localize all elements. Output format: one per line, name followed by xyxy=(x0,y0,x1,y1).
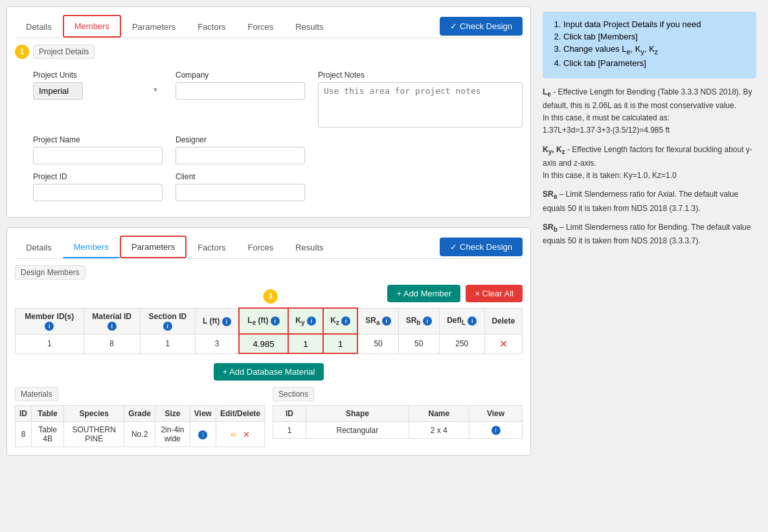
tab-forces-top[interactable]: Forces xyxy=(236,16,284,37)
cell-section-id: 1 xyxy=(140,334,195,353)
info-item-1: Input data Project Details if you need xyxy=(563,19,747,29)
tab-forces-bottom[interactable]: Forces xyxy=(236,237,284,258)
delete-icon[interactable]: ✕ xyxy=(499,338,508,349)
mat-col-species: Species xyxy=(64,406,124,422)
sections-label: Sections xyxy=(273,387,314,401)
sec-cell-view[interactable]: i xyxy=(469,422,523,439)
tab-members-top[interactable]: Members xyxy=(63,15,121,38)
le-input[interactable] xyxy=(247,339,280,349)
mat-col-table: Table xyxy=(32,406,64,422)
project-notes-textarea[interactable] xyxy=(318,82,523,127)
project-name-label: Project Name xyxy=(33,135,163,144)
materials-label: Materials xyxy=(15,387,58,401)
mat-cell-table: Table 4B xyxy=(32,422,64,447)
edit-mat-icon[interactable]: ✏ xyxy=(231,430,237,439)
mat-cell-size: 2in-4in wide xyxy=(155,422,190,447)
info-item-2: Click tab [Members] xyxy=(563,32,747,41)
tab-details-bottom[interactable]: Details xyxy=(15,237,63,258)
project-id-label: Project ID xyxy=(33,172,163,181)
sec-col-shape: Shape xyxy=(306,406,409,422)
mat-col-size: Size xyxy=(155,406,190,422)
view-sec-icon[interactable]: i xyxy=(491,426,501,435)
company-label: Company xyxy=(175,71,305,80)
mat-cell-id: 8 xyxy=(16,422,32,447)
cell-kz[interactable] xyxy=(323,334,357,353)
col-defl: DeflL i xyxy=(439,308,484,334)
designer-input[interactable]: Serg L xyxy=(175,147,305,164)
info-material-id[interactable]: i xyxy=(107,322,117,331)
client-label: Client xyxy=(175,172,305,181)
info-section-id[interactable]: i xyxy=(163,322,172,331)
mat-col-id: ID xyxy=(16,406,32,422)
col-ky: Ky i xyxy=(288,308,323,334)
designer-label: Designer xyxy=(175,135,305,144)
sec-row: 1 Rectangular 2 x 4 i xyxy=(273,422,523,439)
info-item-3: Change values Le, Ky, Kz xyxy=(563,44,747,56)
project-id-input[interactable]: 1254 xyxy=(33,184,163,201)
project-name-input[interactable]: ex_p53_2 xyxy=(33,147,163,164)
info-kz[interactable]: i xyxy=(341,316,350,326)
check-design-button-top[interactable]: Check Design xyxy=(440,17,523,36)
client-input[interactable]: Mat xyxy=(175,184,305,201)
tab-factors-bottom[interactable]: Factors xyxy=(186,237,236,258)
mat-col-edit: Edit/Delete xyxy=(216,406,264,422)
tab-factors-top[interactable]: Factors xyxy=(186,16,236,37)
tab-results-top[interactable]: Results xyxy=(284,16,334,37)
sec-col-name: Name xyxy=(409,406,469,422)
mat-col-grade: Grade xyxy=(124,406,155,422)
clear-all-button[interactable]: × Clear All xyxy=(466,285,523,302)
cell-member-ids: 1 xyxy=(16,334,84,353)
cell-l: 3 xyxy=(195,334,239,353)
project-units-select[interactable]: Imperial xyxy=(33,82,83,100)
col-le: Le (ft) i xyxy=(239,308,288,334)
members-table: Member ID(s)i Material IDi Section IDi L… xyxy=(15,307,523,354)
ky-input[interactable] xyxy=(296,339,315,349)
design-members-label: Design Members xyxy=(15,265,85,280)
table-row: 1 8 1 3 50 50 250 ✕ xyxy=(16,334,523,353)
info-defl[interactable]: i xyxy=(468,316,477,326)
tab-details-top[interactable]: Details xyxy=(15,16,63,37)
cell-ky[interactable] xyxy=(288,334,323,353)
col-material-id: Material IDi xyxy=(84,308,140,334)
col-srb: SRb i xyxy=(398,308,439,334)
mat-cell-species: SOUTHERN PINE xyxy=(64,422,124,447)
info-ky[interactable]: i xyxy=(307,316,316,326)
info-srb[interactable]: i xyxy=(423,316,432,326)
tab-results-bottom[interactable]: Results xyxy=(284,237,334,258)
cell-material-id: 8 xyxy=(84,334,140,353)
info-box-top: Input data Project Details if you need C… xyxy=(543,12,756,78)
tab-parameters-bottom[interactable]: Parameters xyxy=(120,236,186,258)
step3-circle: 3 xyxy=(264,289,278,304)
mat-cell-view[interactable]: i xyxy=(190,422,216,447)
cell-defl: 250 xyxy=(439,334,484,353)
add-database-material-button[interactable]: + Add Database Material xyxy=(214,363,324,381)
info-member-ids[interactable]: i xyxy=(45,322,54,331)
info-le[interactable]: i xyxy=(271,316,280,326)
project-details-label: Project Details xyxy=(33,45,95,59)
col-member-ids: Member ID(s)i xyxy=(16,308,84,334)
tab-members-bottom[interactable]: Members xyxy=(63,236,120,258)
mat-cell-edit[interactable]: ✏ ✕ xyxy=(216,422,264,447)
mat-cell-grade: No.2 xyxy=(124,422,155,447)
info-item-4: Click tab [Parameters] xyxy=(563,58,747,68)
view-mat-icon[interactable]: i xyxy=(198,430,207,439)
add-member-button[interactable]: + Add Member xyxy=(387,285,460,302)
info-l[interactable]: i xyxy=(222,317,231,326)
cell-srb: 50 xyxy=(398,334,439,353)
mat-col-view: View xyxy=(190,406,216,422)
check-design-button-bottom[interactable]: Check Design xyxy=(440,238,523,256)
info-sra[interactable]: i xyxy=(382,316,391,326)
col-kz: Kz i xyxy=(323,308,357,334)
sections-table: ID Shape Name View 1 Rectangular 2 x 4 xyxy=(273,405,523,439)
cell-sra: 50 xyxy=(357,334,398,353)
delete-mat-icon[interactable]: ✕ xyxy=(243,430,250,439)
company-input[interactable]: WoodArt xyxy=(175,82,305,100)
col-sra: SRa i xyxy=(357,308,398,334)
col-section-id: Section IDi xyxy=(140,308,195,334)
kz-input[interactable] xyxy=(331,339,350,349)
sec-col-id: ID xyxy=(273,406,306,422)
cell-delete[interactable]: ✕ xyxy=(484,334,522,353)
cell-le[interactable] xyxy=(239,334,288,353)
project-notes-label: Project Notes xyxy=(318,71,523,80)
tab-parameters-top[interactable]: Parameters xyxy=(121,16,186,37)
